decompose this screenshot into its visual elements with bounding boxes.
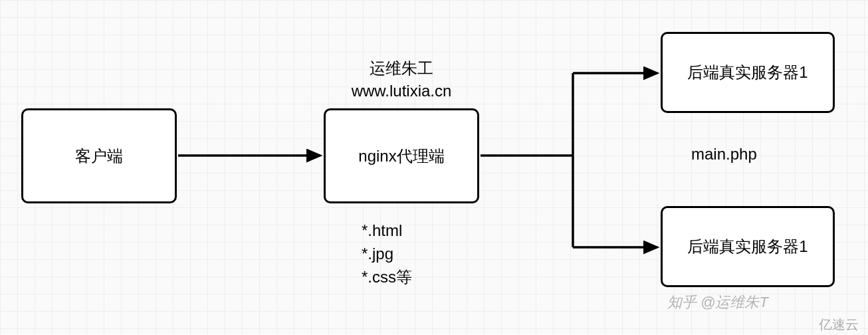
client-box-label: 客户端 — [75, 146, 123, 167]
yisu-watermark: 亿速云 — [819, 316, 859, 334]
proxy-bottom-label: *.html *.jpg *.css等 — [362, 219, 412, 288]
server1-box: 后端真实服务器1 — [661, 32, 835, 113]
proxy-top-label: 运维朱工 www.lutixia.cn — [324, 57, 479, 102]
zhihu-watermark: 知乎 @运维朱T — [667, 292, 768, 312]
server2-box-label: 后端真实服务器1 — [687, 236, 808, 257]
server2-box: 后端真实服务器1 — [661, 206, 835, 287]
client-box: 客户端 — [21, 108, 177, 203]
between-servers-label: main.php — [691, 145, 757, 164]
proxy-box: nginx代理端 — [324, 108, 479, 203]
server1-box-label: 后端真实服务器1 — [687, 62, 808, 83]
proxy-box-label: nginx代理端 — [358, 146, 444, 167]
